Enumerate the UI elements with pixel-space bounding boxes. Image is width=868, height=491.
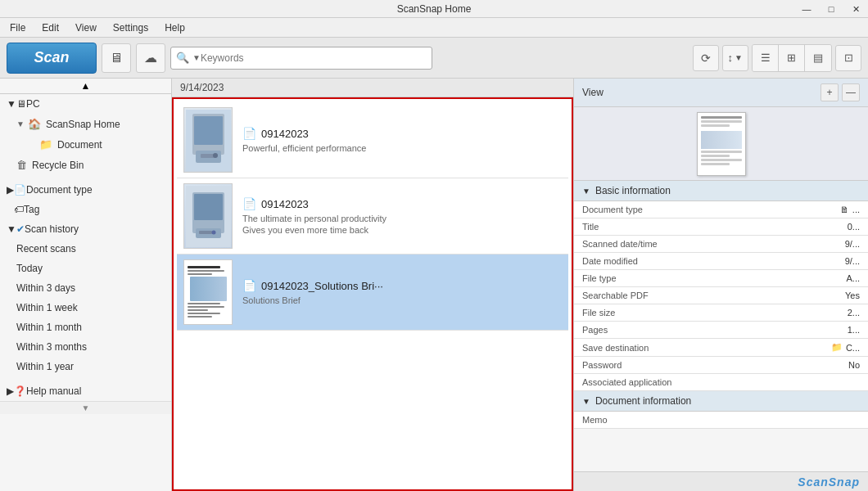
doc-title-row-3: 📄 09142023_Solutions Bri··· (242, 279, 562, 292)
sidebar-item-help-manual[interactable]: ▶ ❓ Help manual (0, 381, 171, 401)
info-value-title: 0... (707, 218, 868, 236)
menu-file[interactable]: File (3, 20, 32, 35)
content-area: 9/14/2023 📄 (172, 79, 573, 491)
sidebar-item-scansnap-home[interactable]: ▼ 🏠 ScanSnap Home (0, 114, 171, 134)
info-row-searchable-pdf: Searchable PDF Yes (574, 287, 868, 304)
panel-expand-button[interactable]: + (821, 83, 839, 101)
info-label-date-modified: Date modified (574, 253, 707, 270)
sidebar-item-document-type[interactable]: ▶ 📄 Document type (0, 180, 171, 200)
sidebar-item-scan-history[interactable]: ▼ ✔ Scan history (0, 219, 171, 239)
info-value-file-type: A... (707, 270, 868, 287)
info-label-associated-app: Associated application (574, 374, 707, 391)
info-row-file-size: File size 2... (574, 304, 868, 322)
folder-icon: 📁 (39, 138, 52, 151)
refresh-button[interactable]: ⟳ (693, 45, 719, 71)
sidebar-item-today[interactable]: Today (0, 259, 171, 278)
svg-rect-8 (194, 194, 223, 220)
content-date-header: 9/14/2023 (172, 79, 573, 97)
help-icon: ❓ (14, 385, 26, 397)
doc-info-3: 📄 09142023_Solutions Bri··· Solutions Br… (242, 279, 562, 305)
search-input[interactable] (201, 52, 427, 64)
sidebar-item-tag[interactable]: ▶ 🏷 Tag (0, 200, 171, 219)
within-1-month-label: Within 1 month (16, 322, 82, 333)
basic-info-header[interactable]: ▼ Basic information (574, 181, 868, 201)
info-value-password: No (707, 357, 868, 374)
today-label: Today (16, 263, 43, 274)
search-icon: 🔍 (176, 52, 189, 64)
sidebar-item-within-3-days[interactable]: Within 3 days (0, 278, 171, 298)
scansnap-footer-logo: ScanSnap (798, 475, 860, 489)
minimize-button[interactable]: — (794, 0, 819, 18)
panel-collapse-button[interactable]: — (842, 83, 860, 101)
cloud-icon-button[interactable]: ☁ (136, 43, 165, 73)
doc-info-1: 📄 09142023 Powerful, efficient performan… (242, 127, 562, 153)
basic-info-arrow: ▼ (582, 187, 590, 196)
info-label-memo: Memo (574, 412, 707, 429)
sidebar-scroll-down[interactable]: ▼ (0, 401, 171, 414)
within-3-months-label: Within 3 months (16, 341, 87, 353)
info-label-save-destination: Save destination (574, 339, 707, 357)
scanner-thumbnail-2 (186, 186, 231, 247)
doc-info-label: Document information (595, 395, 691, 407)
sidebar-item-within-1-year[interactable]: Within 1 year (0, 357, 171, 376)
expand-arrow-history: ▼ (7, 223, 16, 235)
sidebar-item-history-label: Scan history (25, 223, 79, 235)
table-row[interactable]: 📄 09142023 The ultimate in personal prod… (177, 178, 568, 255)
panel-toggle-button[interactable]: ⊡ (835, 45, 861, 71)
doc-info-2: 📄 09142023 The ultimate in personal prod… (242, 197, 562, 235)
list-view-button[interactable]: ☰ (753, 45, 779, 71)
search-dropdown-arrow[interactable]: ▼ (192, 53, 201, 62)
sidebar-item-recent-scans[interactable]: Recent scans (0, 239, 171, 259)
sidebar-item-recycle-bin[interactable]: ▶ 🗑 Recycle Bin (0, 155, 171, 175)
detail-view-button[interactable]: ▤ (805, 45, 831, 71)
home-icon: 🏠 (28, 118, 41, 130)
menu-settings[interactable]: Settings (106, 20, 155, 35)
info-value-doctype: 🗎 ... (707, 201, 868, 218)
info-value-date-modified: 9/... (707, 253, 868, 270)
sidebar-scroll-up[interactable]: ▲ (0, 79, 171, 94)
info-label-pages: Pages (574, 322, 707, 339)
info-row-pages: Pages 1... (574, 322, 868, 339)
main-layout: ▲ ▼ 🖥 PC ▼ 🏠 ScanSnap Home ▶ 📁 Document … (0, 79, 868, 491)
sidebar-item-within-1-month[interactable]: Within 1 month (0, 318, 171, 337)
menu-view[interactable]: View (69, 20, 103, 35)
within-1-week-label: Within 1 week (16, 302, 78, 313)
maximize-button[interactable]: □ (819, 0, 843, 18)
window-controls: — □ ✕ (794, 0, 868, 18)
svg-rect-2 (194, 116, 223, 145)
basic-info-label: Basic information (595, 185, 671, 196)
expand-arrow-pc: ▼ (7, 98, 16, 110)
sidebar-item-doctype-label: Document type (26, 184, 93, 196)
scansnap-logo-text: Scan (798, 475, 828, 489)
doc-info-arrow: ▼ (582, 397, 590, 406)
info-row-password: Password No (574, 357, 868, 374)
app-title: ScanSnap Home (397, 3, 472, 15)
grid-view-button[interactable]: ⊞ (779, 45, 805, 71)
menu-bar: File Edit View Settings Help (0, 18, 868, 38)
table-row[interactable]: 📄 09142023 Powerful, efficient performan… (177, 102, 568, 178)
expand-arrow-help: ▶ (7, 385, 14, 397)
info-label-scanned-date: Scanned date/time (574, 236, 707, 253)
within-1-year-label: Within 1 year (16, 361, 74, 372)
menu-edit[interactable]: Edit (35, 20, 66, 35)
close-button[interactable]: ✕ (843, 0, 868, 18)
sidebar-item-pc-label: PC (26, 98, 40, 110)
sort-button[interactable]: ↕ ▼ (722, 45, 748, 71)
doctype-icon-small: 🗎 (840, 205, 849, 214)
info-row-doctype: Document type 🗎 ... (574, 201, 868, 218)
table-row[interactable]: 📄 09142023_Solutions Bri··· Solutions Br… (177, 255, 568, 331)
sidebar-item-within-3-months[interactable]: Within 3 months (0, 337, 171, 357)
menu-help[interactable]: Help (158, 20, 192, 35)
computer-icon-button[interactable]: 🖥 (102, 43, 131, 73)
sidebar-item-within-1-week[interactable]: Within 1 week (0, 298, 171, 318)
title-bar: ScanSnap Home — □ ✕ (0, 0, 868, 18)
scan-button[interactable]: Scan (7, 43, 97, 74)
sidebar-item-pc[interactable]: ▼ 🖥 PC (0, 94, 171, 114)
doc-subtitle-2b: Gives you even more time back (242, 225, 562, 235)
info-label-doctype: Document type (574, 201, 707, 218)
doc-info-header[interactable]: ▼ Document information (574, 391, 868, 412)
info-label-file-size: File size (574, 304, 707, 322)
sidebar-item-document[interactable]: ▶ 📁 Document (0, 134, 171, 155)
sidebar-item-recycle-label: Recycle Bin (32, 160, 84, 171)
recycle-icon: 🗑 (16, 159, 27, 171)
